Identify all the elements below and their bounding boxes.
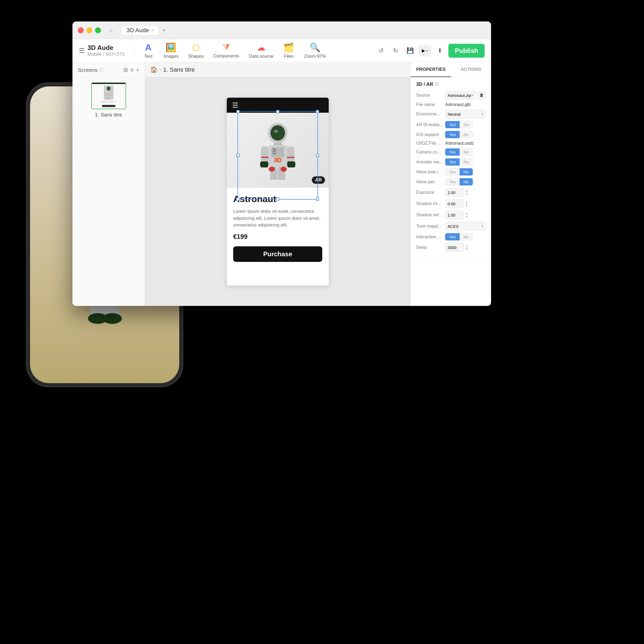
ar-row: AR (if availa... Yes No [416, 121, 486, 128]
screens-title: Screens ⓘ [78, 67, 103, 73]
minimize-button[interactable] [86, 27, 92, 33]
svg-rect-50 [287, 157, 294, 158]
shadow-sof-down[interactable]: ▼ [464, 215, 469, 218]
redo-button[interactable]: ↻ [390, 45, 401, 57]
shadow-int-down[interactable]: ▼ [464, 204, 469, 207]
interaction-row: Interaction ... Yes No [416, 233, 486, 240]
ios-label: iOS support [416, 132, 443, 137]
lookin-yes-button[interactable]: Yes [445, 168, 460, 175]
screen-item[interactable]: 3D [72, 78, 145, 122]
pan-no-button[interactable]: No [460, 178, 473, 185]
close-button[interactable] [78, 27, 84, 33]
ar-toggle: Yes No [445, 121, 473, 128]
shadow-int-row: Shadow int... 0.00 ▲ ▼ [416, 199, 486, 208]
env-select-arrow: ▾ [482, 112, 483, 116]
shadow-sof-stepper[interactable]: 1.00 ▲ ▼ [445, 211, 469, 219]
shadow-int-up[interactable]: ▲ [464, 200, 469, 204]
ios-toggle: Yes No [445, 131, 473, 138]
play-button[interactable]: ▶ ▾ [419, 45, 431, 57]
exposure-down[interactable]: ▼ [464, 192, 469, 196]
svg-rect-43 [273, 153, 276, 154]
text-tool[interactable]: A Text [139, 40, 158, 61]
exposure-up[interactable]: ▲ [464, 189, 469, 192]
svg-point-36 [270, 125, 285, 141]
delay-value: 3000 [445, 243, 464, 252]
svg-rect-34 [109, 97, 110, 100]
svg-rect-48 [287, 161, 295, 167]
pan-toggle: Yes No [445, 178, 473, 185]
source-label: Source [416, 93, 443, 98]
maximize-button[interactable] [95, 27, 101, 33]
source-select[interactable]: Astronaut.zip ▾ [445, 91, 475, 100]
lookin-no-button[interactable]: No [460, 168, 473, 175]
tab-bar: 3D Aude × + [121, 25, 169, 35]
thumb-inner: 3D [92, 83, 126, 109]
tab-close-button[interactable]: × [151, 28, 153, 33]
divider-1 [134, 44, 135, 57]
delay-down[interactable]: ▼ [464, 247, 469, 251]
undo-button[interactable]: ↺ [375, 45, 387, 57]
canvas-frame-wrapper: ☰ [227, 98, 329, 286]
shadow-int-stepper[interactable]: 0.00 ▲ ▼ [445, 199, 469, 208]
thumb-text-lines [101, 101, 117, 103]
ios-no-button[interactable]: No [460, 131, 473, 138]
canvas-area: 🏠 › 1. Sans titre ☰ [145, 62, 411, 306]
camera-no-button[interactable]: No [460, 148, 473, 156]
animate-yes-button[interactable]: Yes [445, 158, 460, 166]
pan-yes-button[interactable]: Yes [445, 178, 460, 185]
shadow-sof-up[interactable]: ▲ [464, 212, 469, 215]
environment-select[interactable]: Neutral ▾ [445, 110, 486, 118]
thumb-body: 3D [92, 84, 126, 109]
shadow-int-value: 0.00 [445, 199, 464, 208]
images-tool[interactable]: 🖼️ Images [160, 40, 182, 61]
delay-stepper[interactable]: 3000 ▲ ▼ [445, 243, 469, 252]
tab-properties[interactable]: PROPERTIES [411, 62, 451, 77]
share-button[interactable]: ⬆ [434, 45, 446, 57]
interaction-toggle: Yes No [445, 233, 473, 240]
camera-yes-button[interactable]: Yes [445, 148, 460, 156]
list-view-button[interactable]: ≡ [130, 67, 134, 74]
ios-yes-button[interactable]: Yes [445, 131, 460, 138]
svg-rect-32 [111, 92, 112, 96]
components-tool[interactable]: ⧩ Components [210, 40, 243, 61]
breadcrumb-home-icon[interactable]: 🏠 [150, 66, 158, 73]
datasource-tool[interactable]: ☁ Data source [245, 40, 277, 61]
active-tab[interactable]: 3D Aude × [121, 25, 159, 35]
product-price: €199 [233, 233, 322, 240]
ar-yes-button[interactable]: Yes [445, 121, 460, 128]
ar-no-button[interactable]: No [460, 121, 473, 128]
text-icon: A [145, 42, 152, 53]
new-tab-button[interactable]: + [160, 26, 169, 35]
tone-select[interactable]: ACES ▾ [445, 222, 486, 230]
grid-view-button[interactable]: ⊞ [123, 67, 128, 74]
save-button[interactable]: 💾 [404, 45, 416, 57]
svg-text:3D: 3D [274, 157, 282, 163]
ar-badge[interactable]: AR [312, 176, 325, 184]
zoom-tool[interactable]: 🔍 Zoom 97% [300, 40, 330, 61]
main-area: Screens ⓘ ⊞ ≡ + [72, 62, 491, 306]
model-viewer[interactable]: 3D [227, 113, 329, 188]
interaction-no-button[interactable]: No [460, 233, 473, 240]
publish-button[interactable]: Publish [448, 44, 485, 58]
exposure-stepper[interactable]: 1.00 ▲ ▼ [445, 188, 469, 197]
files-tool[interactable]: 🗂️ Files [279, 40, 298, 61]
svg-rect-41 [273, 148, 276, 150]
svg-point-28 [107, 86, 111, 91]
interaction-yes-button[interactable]: Yes [445, 233, 460, 240]
delay-up[interactable]: ▲ [464, 244, 469, 247]
tab-actions[interactable]: ACTIONS [451, 62, 491, 77]
source-delete-button[interactable]: 🗑 [478, 91, 486, 99]
animate-toggle: Yes No [445, 158, 473, 166]
shadow-int-buttons: ▲ ▼ [464, 200, 469, 207]
tone-row: Tone mappi... ACES ▾ [416, 222, 486, 230]
svg-rect-49 [261, 157, 269, 158]
add-screen-button[interactable]: + [136, 67, 139, 74]
properties-tabs: PROPERTIES ACTIONS [411, 62, 491, 77]
svg-rect-42 [273, 151, 276, 152]
purchase-button[interactable]: Purchase [233, 246, 322, 262]
menu-icon[interactable]: ☰ [79, 47, 85, 54]
animate-no-button[interactable]: No [460, 158, 473, 166]
home-icon[interactable]: ⌂ [106, 25, 116, 35]
sidebar-header: Screens ⓘ ⊞ ≡ + [72, 62, 145, 78]
shapes-tool[interactable]: ⬡ Shapes [184, 40, 207, 61]
